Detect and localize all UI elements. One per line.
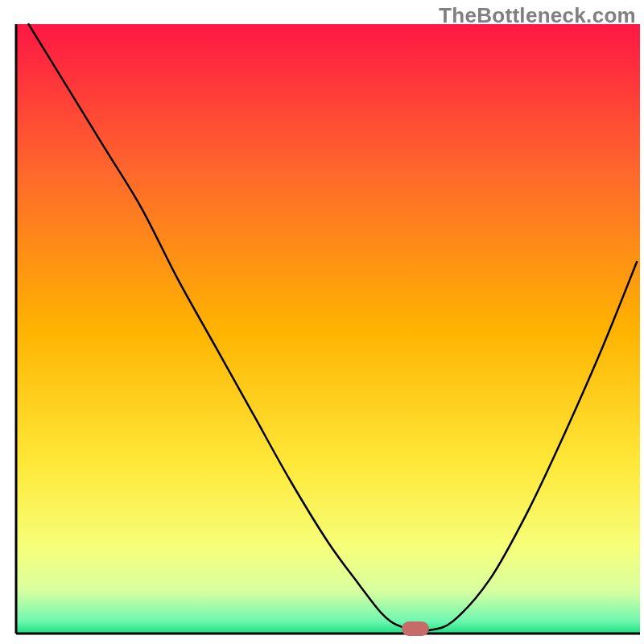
bottleneck-chart: TheBottleneck.com xyxy=(0,0,644,644)
chart-svg xyxy=(0,0,644,644)
optimal-point-marker xyxy=(402,621,429,636)
watermark-text: TheBottleneck.com xyxy=(439,3,636,28)
